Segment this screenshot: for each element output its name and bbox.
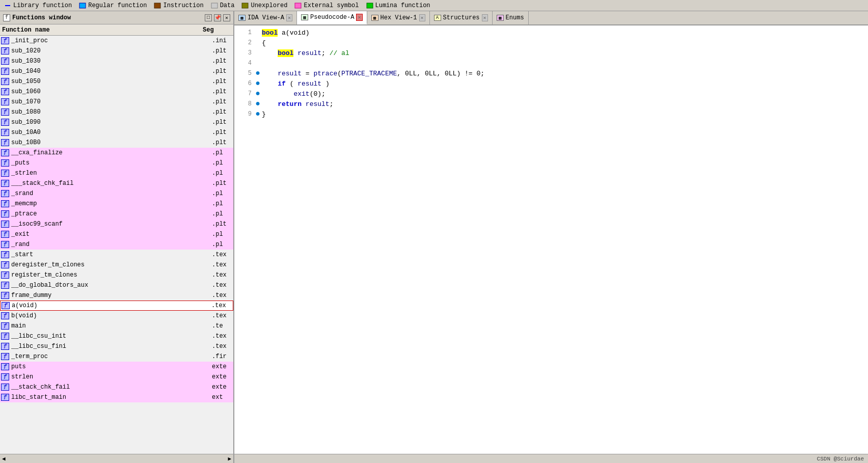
func-icon: f — [1, 108, 9, 116]
func-name: main — [11, 322, 212, 330]
func-row[interactable]: f_start.tex — [0, 250, 233, 260]
func-row[interactable]: f__libc_csu_init.tex — [0, 331, 233, 341]
func-row[interactable]: f__libc_csu_fini.tex — [0, 341, 233, 351]
line-num-7: 7 — [236, 90, 252, 97]
func-row[interactable]: f_strlen.pl — [0, 168, 233, 178]
func-icon: f — [1, 210, 9, 217]
tab-hex-close[interactable]: ✕ — [419, 14, 425, 21]
functions-list[interactable]: f_init_proc.inifsub_1020.pltfsub_1030.pl… — [0, 36, 233, 454]
func-row[interactable]: fsub_10A0.plt — [0, 127, 233, 138]
func-name: __libc_csu_init — [11, 333, 212, 340]
func-icon: f — [1, 180, 9, 187]
func-name: _ptrace — [11, 210, 212, 217]
func-row[interactable]: f___stack_chk_fail.plt — [0, 178, 233, 188]
functions-pin-btn[interactable]: 📌 — [214, 14, 221, 21]
func-name: _init_proc — [11, 37, 212, 44]
code-text-6: if ( result ) — [262, 80, 866, 88]
func-name: _srand — [11, 190, 212, 197]
line-num-6: 6 — [236, 80, 252, 87]
func-name: _start — [11, 251, 212, 258]
tab-enums-icon: ▩ — [497, 15, 504, 21]
func-name: _strlen — [11, 170, 212, 177]
func-name: frame_dummy — [11, 292, 212, 299]
func-icon: f — [1, 241, 9, 248]
func-icon: f — [1, 98, 9, 105]
func-row[interactable]: f_memcmp.pl — [0, 199, 233, 209]
func-row[interactable]: fsub_1050.plt — [0, 76, 233, 87]
functions-close-btn[interactable]: ✕ — [223, 14, 230, 21]
code-line-2: 2 { — [234, 38, 868, 48]
legend-regular: Regular function — [79, 2, 147, 9]
func-row[interactable]: fregister_tm_clones.tex — [0, 270, 233, 280]
code-area[interactable]: 1 bool a(void) 2 { 3 bool result; // al … — [234, 25, 868, 454]
legend-lumina: Lumina function — [366, 2, 430, 9]
func-row[interactable]: fsub_1040.plt — [0, 66, 233, 76]
func-row[interactable]: f__stack_chk_failexte — [0, 382, 233, 392]
func-row[interactable]: f_exit.pl — [0, 229, 233, 239]
func-seg: .plt — [212, 129, 232, 136]
func-name: sub_1070 — [11, 98, 212, 105]
func-name: _rand — [11, 241, 212, 248]
tab-pseudocode[interactable]: ▩ Pseudocode-A ✕ — [297, 11, 367, 24]
func-row[interactable]: fstrlenexte — [0, 372, 233, 382]
func-row[interactable]: f__do_global_dtors_aux.tex — [0, 280, 233, 290]
functions-restore-btn[interactable]: □ — [205, 14, 212, 21]
func-row[interactable]: fsub_10B0.plt — [0, 138, 233, 148]
func-row[interactable]: fsub_1090.plt — [0, 117, 233, 127]
tab-pseudo-close[interactable]: ✕ — [356, 14, 362, 21]
func-row[interactable]: fframe_dummy.tex — [0, 290, 233, 301]
tab-struct-icon: A — [434, 15, 441, 21]
func-row[interactable]: fsub_1030.plt — [0, 56, 233, 66]
code-line-5: 5 ● result = ptrace(PTRACE_TRACEME, 0LL,… — [234, 68, 868, 78]
func-row[interactable]: f_ptrace.pl — [0, 209, 233, 219]
legend-instruction-label: Instruction — [163, 2, 203, 9]
func-row[interactable]: fderegister_tm_clones.tex — [0, 260, 233, 270]
func-row[interactable]: flibc_start_mainext — [0, 392, 233, 402]
legend-instruction: Instruction — [154, 2, 203, 9]
scroll-bottom: ◀ ▶ — [0, 454, 233, 463]
func-seg: .plt — [212, 98, 232, 105]
tab-hex-view[interactable]: ▩ Hex View-1 ✕ — [367, 11, 430, 24]
func-row[interactable]: f_srand.pl — [0, 188, 233, 199]
tab-structures[interactable]: A Structures ✕ — [430, 11, 493, 24]
func-seg: .pl — [212, 210, 232, 217]
legend-external-label: External symbol — [304, 2, 359, 9]
func-seg: .tex — [212, 271, 232, 279]
func-seg: .pl — [212, 231, 232, 238]
functions-titlebar: f Functions window □ 📌 ✕ — [0, 11, 233, 24]
func-row[interactable]: f__isoc99_scanf.plt — [0, 219, 233, 229]
func-row[interactable]: fmain.te — [0, 321, 233, 331]
func-seg: .tex — [212, 261, 232, 268]
func-row[interactable]: fsub_1070.plt — [0, 97, 233, 107]
func-icon: f — [1, 221, 9, 228]
func-seg: .plt — [212, 88, 232, 95]
tab-struct-close[interactable]: ✕ — [482, 14, 488, 21]
func-seg: .pl — [212, 159, 232, 167]
scroll-right-arrow[interactable]: ▶ — [228, 455, 231, 462]
func-icon: f — [1, 78, 9, 85]
code-text-7: exit(0); — [262, 90, 866, 98]
legend-bar: Library function Regular function Instru… — [0, 0, 868, 11]
func-row[interactable]: fb(void).tex — [0, 311, 233, 321]
func-name: _exit — [11, 231, 212, 238]
func-row[interactable]: fsub_1020.plt — [0, 46, 233, 56]
func-row[interactable]: fsub_1080.plt — [0, 107, 233, 117]
tab-ida-close[interactable]: ✕ — [286, 14, 292, 21]
func-icon: f — [1, 170, 9, 177]
func-row[interactable]: fputsexte — [0, 362, 233, 372]
func-row[interactable]: f_rand.pl — [0, 239, 233, 250]
func-row[interactable]: f_term_proc.fir — [0, 351, 233, 362]
tab-ida-view[interactable]: ▩ IDA View-A ✕ — [234, 11, 297, 24]
func-row[interactable]: f__cxa_finalize.pl — [0, 148, 233, 158]
func-row[interactable]: f_init_proc.ini — [0, 36, 233, 46]
scroll-left-arrow[interactable]: ◀ — [2, 455, 6, 462]
func-row[interactable]: f_puts.pl — [0, 158, 233, 168]
tab-enums[interactable]: ▩ Enums — [493, 11, 529, 24]
func-icon: f — [1, 384, 9, 391]
func-row[interactable]: fa(void).tex — [0, 301, 233, 311]
func-row[interactable]: fsub_1060.plt — [0, 87, 233, 97]
functions-panel: f Functions window □ 📌 ✕ Function name S… — [0, 11, 234, 463]
func-name: puts — [11, 363, 212, 370]
status-bar: CSDN @Sciurdae — [234, 454, 868, 463]
line-bullet-6: ● — [254, 79, 262, 88]
